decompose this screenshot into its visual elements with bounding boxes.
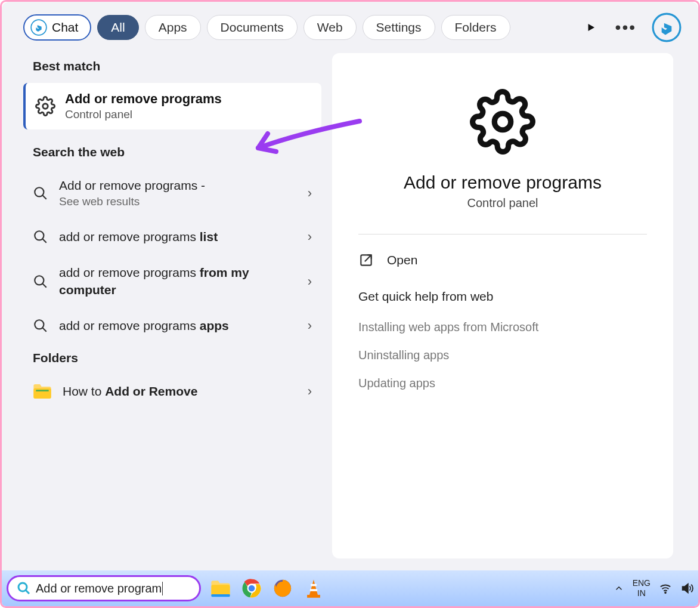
svg-rect-12 [36,390,48,392]
play-icon [586,22,596,33]
tab-documents[interactable]: Documents [207,15,298,40]
chrome-icon[interactable] [240,577,263,600]
search-icon [33,274,48,289]
web-result-text: add or remove programs from my computer [59,264,297,298]
file-explorer-icon[interactable] [209,577,232,600]
svg-line-4 [42,195,47,199]
best-match-result[interactable]: Add or remove programs Control panel [23,83,321,129]
svg-point-7 [35,276,44,285]
chevron-up-icon[interactable] [614,583,624,594]
tab-folders[interactable]: Folders [441,15,510,40]
volume-icon[interactable] [680,582,693,595]
search-results-area: Best match Add or remove programs Contro… [2,53,698,570]
system-tray: ENG IN [614,578,693,598]
web-result[interactable]: Add or remove programs - See web results… [23,169,321,218]
svg-line-6 [42,239,47,243]
search-icon [33,186,48,201]
bing-chat-icon [30,19,47,36]
web-result[interactable]: add or remove programs apps › [23,309,321,342]
chrome-logo-icon [241,578,262,598]
svg-point-3 [35,187,44,196]
chevron-right-icon: › [308,318,312,334]
section-folders: Folders [33,351,321,365]
quick-help-title: Get quick help from web [358,289,647,304]
svg-line-16 [26,590,29,594]
svg-rect-11 [33,388,51,399]
windows-taskbar: Add or remove program ENG IN [2,570,698,606]
windows-search-panel: Chat All Apps Documents Web Settings Fol… [2,2,698,570]
help-link[interactable]: Installing web apps from Microsoft [358,320,647,334]
tab-settings[interactable]: Settings [363,15,435,40]
svg-point-26 [665,592,666,593]
svg-rect-24 [310,589,317,591]
preview-pane: Add or remove programs Control panel Ope… [332,53,673,558]
chevron-right-icon: › [308,384,312,399]
svg-point-13 [494,113,511,130]
gear-icon [35,96,55,116]
bing-icon[interactable] [652,13,682,42]
tab-apps[interactable]: Apps [145,15,201,40]
folder-result[interactable]: How to Add or Remove › [23,375,321,408]
search-input-text: Add or remove program [36,582,163,595]
chat-button[interactable]: Chat [23,14,91,41]
folder-icon [210,579,231,597]
chevron-right-icon: › [308,186,312,201]
best-match-title: Add or remove programs [65,91,222,107]
more-options-button[interactable]: ••• [615,18,636,37]
search-icon [17,581,31,595]
open-label: Open [387,253,417,267]
firefox-logo-icon [272,578,293,598]
vlc-cone-icon [305,578,323,598]
tab-web[interactable]: Web [303,15,357,40]
web-result-text: add or remove programs apps [59,317,297,334]
svg-line-8 [42,283,47,288]
filter-tabs-row: Chat All Apps Documents Web Settings Fol… [2,13,698,53]
web-result[interactable]: add or remove programs list › [23,220,321,254]
best-match-text: Add or remove programs Control panel [65,91,222,121]
folder-icon [33,383,52,400]
chat-label: Chat [52,20,78,35]
search-icon [33,229,48,245]
firefox-icon[interactable] [271,577,294,600]
tabs-overflow-button[interactable] [580,16,602,39]
svg-rect-25 [307,595,320,598]
web-result-text: add or remove programs list [59,229,297,245]
open-external-icon [358,252,374,268]
tab-all[interactable]: All [97,15,138,40]
vlc-icon[interactable] [302,577,325,600]
svg-point-9 [35,320,44,329]
preview-title: Add or remove programs [358,172,647,193]
svg-point-2 [43,104,48,109]
results-column: Best match Add or remove programs Contro… [23,53,321,570]
taskbar-search-box[interactable]: Add or remove program [7,575,201,601]
help-link[interactable]: Updating apps [358,376,647,390]
language-indicator[interactable]: ENG IN [633,578,651,598]
section-search-web: Search the web [33,145,321,159]
open-action[interactable]: Open [358,252,647,268]
folder-result-text: How to Add or Remove [63,384,297,399]
wifi-icon[interactable] [659,582,672,595]
svg-rect-18 [211,594,230,597]
svg-point-5 [35,231,44,240]
web-result-text: Add or remove programs - See web results [59,177,297,209]
web-result[interactable]: add or remove programs from my computer … [23,256,321,307]
svg-rect-23 [311,584,317,587]
gear-icon [470,89,535,155]
help-link[interactable]: Uninstalling apps [358,348,647,362]
search-icon [33,318,48,334]
svg-point-15 [18,583,27,591]
chevron-right-icon: › [308,274,312,289]
preview-subtitle: Control panel [358,196,647,210]
chevron-right-icon: › [308,229,312,245]
divider [358,234,647,234]
best-match-subtitle: Control panel [65,108,222,121]
section-best-match: Best match [33,59,321,73]
svg-line-10 [42,328,47,332]
